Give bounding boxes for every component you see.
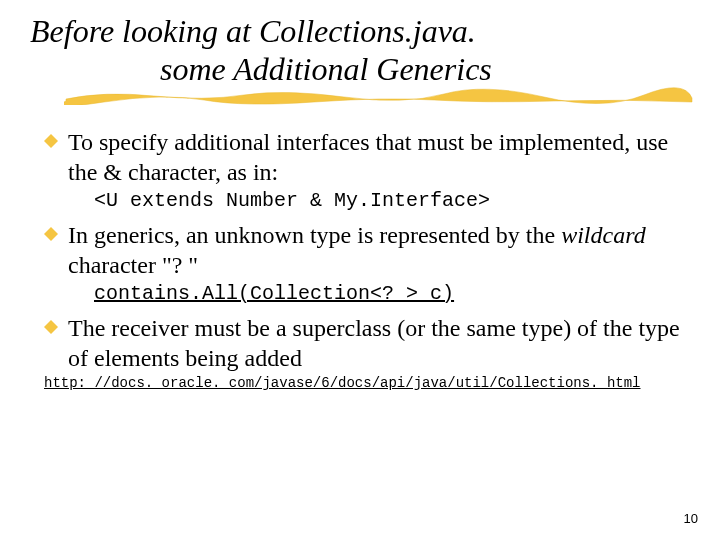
bullet-2: In generics, an unknown type is represen…	[44, 220, 684, 280]
code-example-2: contains.All(Collection<? > c)	[44, 282, 684, 305]
diamond-bullet-icon	[44, 320, 58, 334]
svg-marker-2	[44, 320, 58, 334]
slide-title: Before looking at Collections.java. some…	[30, 12, 690, 89]
reference-url[interactable]: http: //docs. oracle. com/javase/6/docs/…	[44, 375, 684, 391]
bullet-2-text-post: character "? "	[68, 252, 198, 278]
highlight-underline	[64, 87, 690, 101]
bullet-2-text-pre: In generics, an unknown type is represen…	[68, 222, 561, 248]
bullet-1: To specify additional interfaces that mu…	[44, 127, 684, 187]
bullet-3: The receiver must be a superclass (or th…	[44, 313, 684, 373]
svg-marker-1	[44, 227, 58, 241]
code-example-1: <U extends Number & My.Interface>	[44, 189, 684, 212]
page-number: 10	[684, 511, 698, 526]
svg-marker-0	[44, 134, 58, 148]
bullet-3-text: The receiver must be a superclass (or th…	[68, 315, 680, 371]
diamond-bullet-icon	[44, 227, 58, 241]
bullet-2-wildcard: wildcard	[561, 222, 645, 248]
content-area: To specify additional interfaces that mu…	[30, 127, 690, 391]
bullet-1-text: To specify additional interfaces that mu…	[68, 129, 668, 185]
diamond-bullet-icon	[44, 134, 58, 148]
title-line-2: some Additional Generics	[30, 50, 690, 88]
title-line-1: Before looking at Collections.java.	[30, 12, 690, 50]
